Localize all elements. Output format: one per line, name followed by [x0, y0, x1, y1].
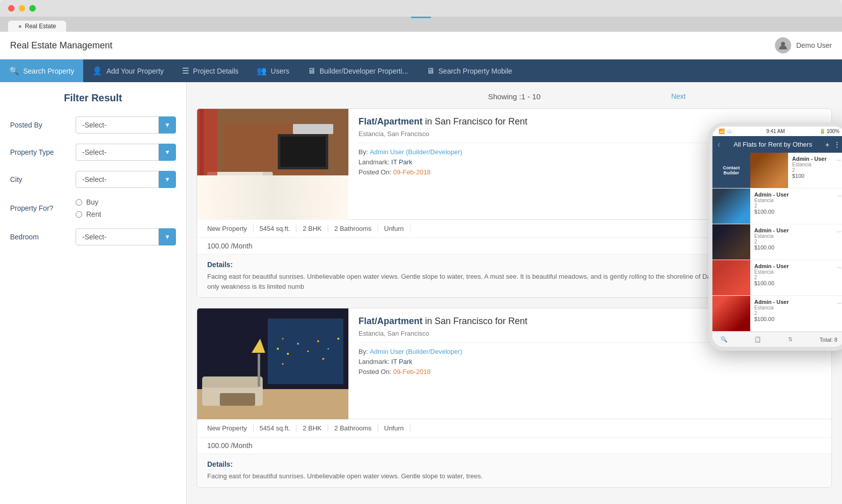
posted-by-label: Posted By — [10, 121, 71, 129]
mobile-item-2-beds: 2 — [754, 203, 831, 209]
mobile-item-2-image — [712, 188, 750, 224]
svg-rect-13 — [200, 109, 204, 184]
tag-bathrooms-1: 2 Bathrooms — [328, 225, 378, 232]
mobile-item-2-location: Estancia — [754, 198, 831, 203]
tag-new-property-1: New Property — [207, 225, 254, 232]
mobile-item-5-user: Admin - User — [754, 299, 831, 305]
nav-bar: 🔍 Search Property 👤 Add Your Property ☰ … — [0, 59, 842, 82]
mobile-add-icon[interactable]: + — [825, 141, 829, 149]
mobile-list-item-3: Admin - User Estancia 2 $100.00 ··· — [712, 224, 842, 260]
property-type-1: Flat/Apartment — [358, 116, 423, 127]
main-content: Filter Result Posted By -Select- ▼ Prope… — [0, 82, 842, 504]
svg-point-0 — [781, 42, 785, 46]
tag-sqft-1: 5454 sq.ft. — [254, 225, 297, 232]
property-type-dropdown-btn[interactable]: ▼ — [159, 144, 176, 161]
svg-point-25 — [317, 340, 319, 342]
property-image-1 — [197, 109, 348, 220]
details-text-2: Facing east for beautiful sunrises. Unbe… — [207, 471, 821, 481]
mobile-item-1-dots[interactable]: ··· — [835, 153, 842, 168]
property-type-select[interactable]: -Select- — [76, 144, 159, 161]
nav-label-builder: Builder/Developer Properti... — [320, 67, 408, 75]
tag-furnish-2: Unfurn — [378, 424, 410, 432]
nav-item-users[interactable]: 👥 Users — [248, 59, 298, 82]
mobile-item-2-dots[interactable]: ··· — [835, 188, 842, 204]
mobile-share-icon[interactable]: 📋 — [754, 336, 761, 343]
mobile-more-icon[interactable]: ⋮ — [833, 141, 840, 149]
property-title-rest-2: in San Francisco for Rent — [425, 316, 527, 326]
buy-radio-label[interactable]: Buy — [76, 198, 176, 206]
showing-text: Showing :1 - 10 — [197, 92, 832, 101]
bedroom-select-wrapper: -Select- ▼ — [76, 228, 176, 245]
mobile-contact-btn[interactable]: Contact Builder — [712, 153, 750, 188]
mobile-screen-title: All Flats for Rent by Others — [725, 141, 821, 148]
posted-value-1: 09-Feb-2018 — [393, 168, 431, 176]
mobile-item-4-location: Estancia — [754, 269, 831, 275]
mobile-item-3-beds: 2 — [754, 239, 831, 244]
mobile-item-2-info: Admin - User Estancia 2 $100.00 — [750, 188, 835, 224]
user-name: Demo User — [796, 41, 832, 49]
search-icon: 🔍 — [9, 66, 19, 76]
mobile-search-icon[interactable]: 🔍 — [720, 336, 728, 343]
mobile-item-4-price: $100.00 — [754, 280, 831, 286]
nav-label-search: Search Property — [23, 67, 74, 75]
mobile-item-1-info: Admin - User Estancia 2 $100 — [788, 153, 835, 188]
property-title-rest-1: in San Francisco for Rent — [425, 116, 527, 127]
nav-label-project: Project Details — [193, 67, 238, 75]
filter-row-posted-by: Posted By -Select- ▼ — [10, 116, 176, 134]
property-by-link-1[interactable]: Admin User (Builder/Developer) — [370, 148, 462, 156]
filter-row-property-type: Property Type -Select- ▼ — [10, 144, 176, 161]
buy-radio[interactable] — [76, 199, 82, 206]
nav-item-search-property[interactable]: 🔍 Search Property — [0, 59, 83, 82]
mobile-signal-icon: 📶 ☁️ — [718, 129, 732, 134]
mobile-preview: 📶 ☁️ 9:41 AM 🔋 100% ‹ All Flats for Rent… — [708, 122, 842, 351]
mobile-list-item-1: Contact Builder Admin - User Estancia 2 … — [712, 153, 842, 188]
mobile-item-4-dots[interactable]: ··· — [835, 260, 842, 275]
posted-by-select[interactable]: -Select- — [76, 116, 159, 134]
rent-radio-label[interactable]: Rent — [76, 210, 176, 218]
next-button[interactable]: Next — [671, 92, 686, 100]
mobile-item-3-dots[interactable]: ··· — [835, 224, 842, 239]
mobile-item-2-price: $100.00 — [754, 209, 831, 215]
mobile-item-5-dots[interactable]: ··· — [835, 296, 842, 311]
browser-tab[interactable]: ● Real Estate — [8, 21, 66, 32]
mobile-monitor-icon: 🖥 — [427, 67, 435, 76]
bedroom-select[interactable]: -Select- — [76, 228, 159, 245]
filter-row-property-for: Property For? Buy Rent — [10, 198, 176, 218]
mobile-item-1-price: $100 — [792, 173, 831, 179]
property-price-2: 100.00 /Month — [197, 437, 831, 454]
svg-point-27 — [337, 338, 339, 340]
property-tags-2: New Property 5454 sq.ft. 2 BHK 2 Bathroo… — [197, 419, 831, 437]
mobile-item-3-image — [712, 224, 750, 260]
svg-rect-10 — [263, 172, 273, 205]
nav-item-add-property[interactable]: 👤 Add Your Property — [83, 59, 173, 82]
monitor-icon: 🖥 — [308, 67, 316, 76]
svg-rect-5 — [280, 137, 326, 167]
nav-item-mobile[interactable]: 🖥 Search Property Mobile — [417, 59, 521, 82]
mobile-back-icon[interactable]: ‹ — [717, 139, 720, 150]
mobile-item-3-location: Estancia — [754, 233, 831, 239]
mac-close-btn[interactable] — [8, 5, 15, 12]
svg-rect-11 — [227, 192, 268, 207]
svg-point-22 — [287, 353, 289, 355]
nav-item-project-details[interactable]: ☰ Project Details — [173, 59, 248, 82]
city-select[interactable]: -Select- — [76, 171, 159, 188]
mac-min-btn[interactable] — [19, 5, 25, 12]
rent-radio[interactable] — [76, 211, 82, 218]
svg-rect-17 — [202, 376, 263, 388]
mobile-nav-bar: ‹ All Flats for Rent by Others + ⋮ — [712, 136, 842, 153]
mobile-item-4-user: Admin - User — [754, 263, 831, 269]
nav-item-builder[interactable]: 🖥 Builder/Developer Properti... — [298, 59, 417, 82]
mac-max-btn[interactable] — [29, 5, 36, 12]
user-info: Demo User — [775, 37, 832, 53]
posted-by-dropdown-btn[interactable]: ▼ — [159, 116, 176, 134]
city-dropdown-btn[interactable]: ▼ — [159, 171, 176, 188]
add-person-icon: 👤 — [92, 66, 102, 76]
nav-label-users: Users — [271, 67, 289, 75]
property-type-select-wrapper: -Select- ▼ — [76, 144, 176, 161]
property-for-label: Property For? — [10, 204, 71, 212]
mobile-list-item-5: Admin - User Estancia 2 $100.00 ··· — [712, 296, 842, 332]
property-by-link-2[interactable]: Admin User (Builder/Developer) — [370, 348, 462, 355]
mobile-sort-icon[interactable]: ⇅ — [788, 336, 793, 343]
bedroom-dropdown-btn[interactable]: ▼ — [159, 228, 176, 245]
property-for-radio-group: Buy Rent — [76, 198, 176, 218]
